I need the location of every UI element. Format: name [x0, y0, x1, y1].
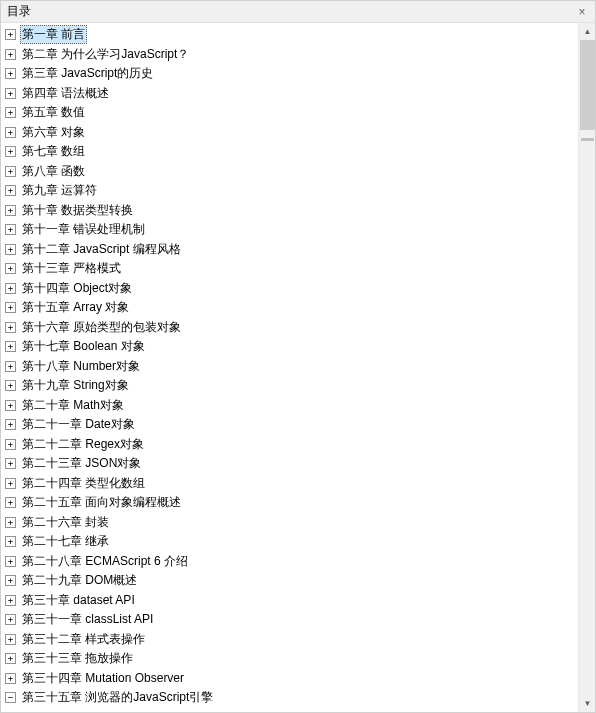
- tree-item[interactable]: +第三十四章 Mutation Observer: [1, 669, 578, 689]
- tree-item[interactable]: +第九章 运算符: [1, 181, 578, 201]
- expand-icon[interactable]: +: [5, 341, 16, 352]
- tree-item-label: 第十章 数据类型转换: [20, 201, 135, 220]
- tree-item-label: 第十四章 Object对象: [20, 279, 134, 298]
- expand-icon[interactable]: +: [5, 68, 16, 79]
- expand-icon[interactable]: +: [5, 29, 16, 40]
- tree-item[interactable]: −第三十五章 浏览器的JavaScript引擎: [1, 688, 578, 708]
- expand-icon[interactable]: +: [5, 146, 16, 157]
- expand-icon[interactable]: +: [5, 634, 16, 645]
- tree-item[interactable]: +第十二章 JavaScript 编程风格: [1, 240, 578, 260]
- tree-item-label: 第十二章 JavaScript 编程风格: [20, 240, 183, 259]
- tree-item-label: 第五章 数值: [20, 103, 87, 122]
- expand-icon[interactable]: +: [5, 185, 16, 196]
- expand-icon[interactable]: +: [5, 166, 16, 177]
- expand-icon[interactable]: +: [5, 673, 16, 684]
- tree-item[interactable]: +第二十六章 封装: [1, 513, 578, 533]
- expand-icon[interactable]: +: [5, 497, 16, 508]
- tree-item[interactable]: +第十一章 错误处理机制: [1, 220, 578, 240]
- tree-item[interactable]: +第二十九章 DOM概述: [1, 571, 578, 591]
- tree-item[interactable]: +第十五章 Array 对象: [1, 298, 578, 318]
- vertical-scrollbar[interactable]: ▲ ▼: [578, 23, 595, 712]
- tree-item[interactable]: +第十章 数据类型转换: [1, 201, 578, 221]
- expand-icon[interactable]: +: [5, 88, 16, 99]
- tree-item[interactable]: +第二十五章 面向对象编程概述: [1, 493, 578, 513]
- tree-item[interactable]: +第十七章 Boolean 对象: [1, 337, 578, 357]
- tree-item-label: 第二十四章 类型化数组: [20, 474, 147, 493]
- tree-item[interactable]: +第二十三章 JSON对象: [1, 454, 578, 474]
- tree-item[interactable]: +第一章 前言: [1, 25, 578, 45]
- expand-icon[interactable]: +: [5, 361, 16, 372]
- tree-item-label: 第二十八章 ECMAScript 6 介绍: [20, 552, 190, 571]
- tree-view[interactable]: +第一章 前言+第二章 为什么学习JavaScript？+第三章 JavaScr…: [1, 23, 578, 712]
- expand-icon[interactable]: +: [5, 244, 16, 255]
- tree-item-label: 第十八章 Number对象: [20, 357, 142, 376]
- tree-item[interactable]: +第十八章 Number对象: [1, 357, 578, 377]
- expand-icon[interactable]: +: [5, 439, 16, 450]
- scroll-down-arrow[interactable]: ▼: [579, 695, 596, 712]
- expand-icon[interactable]: −: [5, 692, 16, 703]
- tree-item[interactable]: +第六章 对象: [1, 123, 578, 143]
- tree-item[interactable]: +第二十章 Math对象: [1, 396, 578, 416]
- tree-item-label: 第一章 前言: [20, 25, 87, 44]
- tree-item-label: 第二十七章 继承: [20, 532, 111, 551]
- tree-item-label: 第二章 为什么学习JavaScript？: [20, 45, 191, 64]
- tree-item[interactable]: +第十四章 Object对象: [1, 279, 578, 299]
- tree-item-label: 第三十章 dataset API: [20, 591, 137, 610]
- tree-item-label: 第九章 运算符: [20, 181, 99, 200]
- tree-item-label: 第十九章 String对象: [20, 376, 131, 395]
- tree-item[interactable]: +第二十八章 ECMAScript 6 介绍: [1, 552, 578, 572]
- expand-icon[interactable]: +: [5, 127, 16, 138]
- expand-icon[interactable]: +: [5, 458, 16, 469]
- tree-item[interactable]: +第三十三章 拖放操作: [1, 649, 578, 669]
- tree-item[interactable]: +第四章 语法概述: [1, 84, 578, 104]
- expand-icon[interactable]: +: [5, 400, 16, 411]
- tree-item[interactable]: +第二十一章 Date对象: [1, 415, 578, 435]
- tree-item[interactable]: +第三章 JavaScript的历史: [1, 64, 578, 84]
- expand-icon[interactable]: +: [5, 263, 16, 274]
- tree-item[interactable]: +第五章 数值: [1, 103, 578, 123]
- scroll-thumb[interactable]: [580, 40, 595, 130]
- expand-icon[interactable]: +: [5, 478, 16, 489]
- expand-icon[interactable]: +: [5, 595, 16, 606]
- tree-item-label: 第三十五章 浏览器的JavaScript引擎: [20, 688, 215, 707]
- expand-icon[interactable]: +: [5, 49, 16, 60]
- tree-item-label: 第四章 语法概述: [20, 84, 111, 103]
- tree-item[interactable]: +第八章 函数: [1, 162, 578, 182]
- tree-item[interactable]: +第三十章 dataset API: [1, 591, 578, 611]
- tree-item[interactable]: +第十三章 严格模式: [1, 259, 578, 279]
- close-button[interactable]: ×: [573, 4, 591, 20]
- expand-icon[interactable]: +: [5, 536, 16, 547]
- expand-icon[interactable]: +: [5, 302, 16, 313]
- expand-icon[interactable]: +: [5, 517, 16, 528]
- expand-icon[interactable]: +: [5, 575, 16, 586]
- tree-item[interactable]: +第二十二章 Regex对象: [1, 435, 578, 455]
- scroll-marker: [581, 138, 594, 141]
- tree-item[interactable]: +第十六章 原始类型的包装对象: [1, 318, 578, 338]
- expand-icon[interactable]: +: [5, 653, 16, 664]
- tree-item[interactable]: +第二章 为什么学习JavaScript？: [1, 45, 578, 65]
- window-titlebar: 目录 ×: [1, 1, 595, 23]
- expand-icon[interactable]: +: [5, 419, 16, 430]
- tree-item-label: 第十七章 Boolean 对象: [20, 337, 147, 356]
- tree-item-label: 第三十一章 classList API: [20, 610, 155, 629]
- expand-icon[interactable]: +: [5, 283, 16, 294]
- tree-item[interactable]: +第三十一章 classList API: [1, 610, 578, 630]
- scroll-up-arrow[interactable]: ▲: [579, 23, 596, 40]
- tree-item[interactable]: +第二十七章 继承: [1, 532, 578, 552]
- tree-item-label: 第十一章 错误处理机制: [20, 220, 147, 239]
- tree-item[interactable]: +第七章 数组: [1, 142, 578, 162]
- tree-item[interactable]: +第二十四章 类型化数组: [1, 474, 578, 494]
- expand-icon[interactable]: +: [5, 614, 16, 625]
- tree-item-label: 第七章 数组: [20, 142, 87, 161]
- expand-icon[interactable]: +: [5, 380, 16, 391]
- expand-icon[interactable]: +: [5, 556, 16, 567]
- tree-item[interactable]: +第十九章 String对象: [1, 376, 578, 396]
- tree-item-label: 第二十六章 封装: [20, 513, 111, 532]
- expand-icon[interactable]: +: [5, 107, 16, 118]
- expand-icon[interactable]: +: [5, 322, 16, 333]
- tree-item[interactable]: +第三十二章 样式表操作: [1, 630, 578, 650]
- tree-item-label: 第二十一章 Date对象: [20, 415, 137, 434]
- expand-icon[interactable]: +: [5, 224, 16, 235]
- tree-item-label: 第六章 对象: [20, 123, 87, 142]
- expand-icon[interactable]: +: [5, 205, 16, 216]
